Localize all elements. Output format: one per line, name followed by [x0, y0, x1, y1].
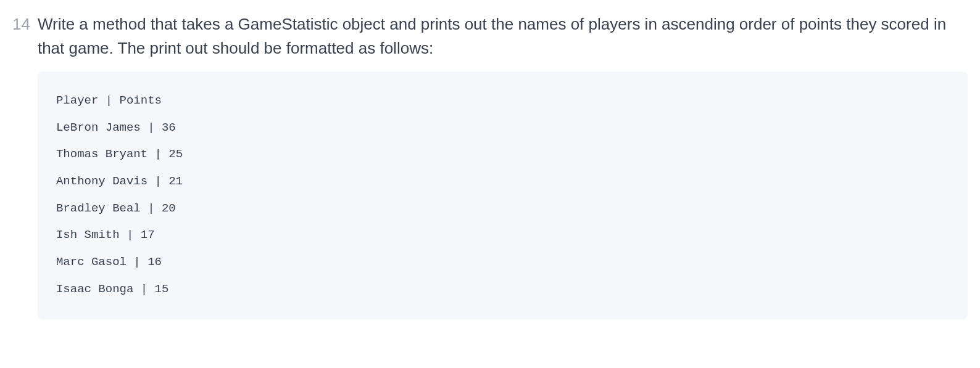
code-block: Player | Points LeBron James | 36 Thomas… — [38, 72, 968, 319]
code-row: Isaac Bonga | 15 — [56, 282, 168, 296]
question-container: 14 Write a method that takes a GameStati… — [12, 12, 968, 319]
code-row: Thomas Bryant | 25 — [56, 147, 183, 161]
question-content: Write a method that takes a GameStatisti… — [38, 12, 968, 319]
question-number: 14 — [12, 12, 30, 36]
code-row: Anthony Davis | 21 — [56, 174, 183, 188]
code-row: Bradley Beal | 20 — [56, 202, 176, 215]
code-row: Ish Smith | 17 — [56, 228, 155, 242]
code-row: LeBron James | 36 — [56, 121, 176, 134]
question-text: Write a method that takes a GameStatisti… — [38, 12, 968, 60]
code-row: Marc Gasol | 16 — [56, 255, 162, 269]
code-header: Player | Points — [56, 94, 162, 107]
